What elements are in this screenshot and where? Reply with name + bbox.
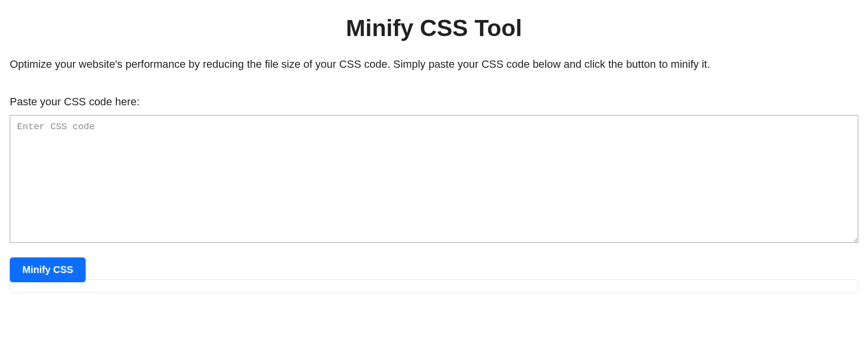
minify-button[interactable]: Minify CSS: [10, 257, 86, 282]
output-box: [10, 279, 858, 293]
css-input-label: Paste your CSS code here:: [10, 96, 858, 108]
css-input-textarea[interactable]: [10, 115, 858, 243]
tool-description: Optimize your website's performance by r…: [10, 56, 858, 72]
main-container: Minify CSS Tool Optimize your website's …: [10, 15, 858, 293]
page-title: Minify CSS Tool: [10, 15, 858, 41]
